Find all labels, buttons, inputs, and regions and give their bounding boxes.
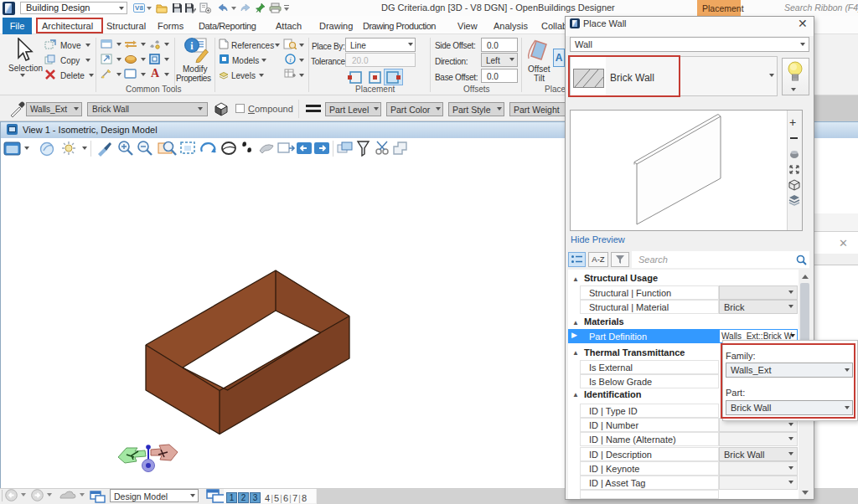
svg-text:i: i bbox=[289, 55, 292, 64]
